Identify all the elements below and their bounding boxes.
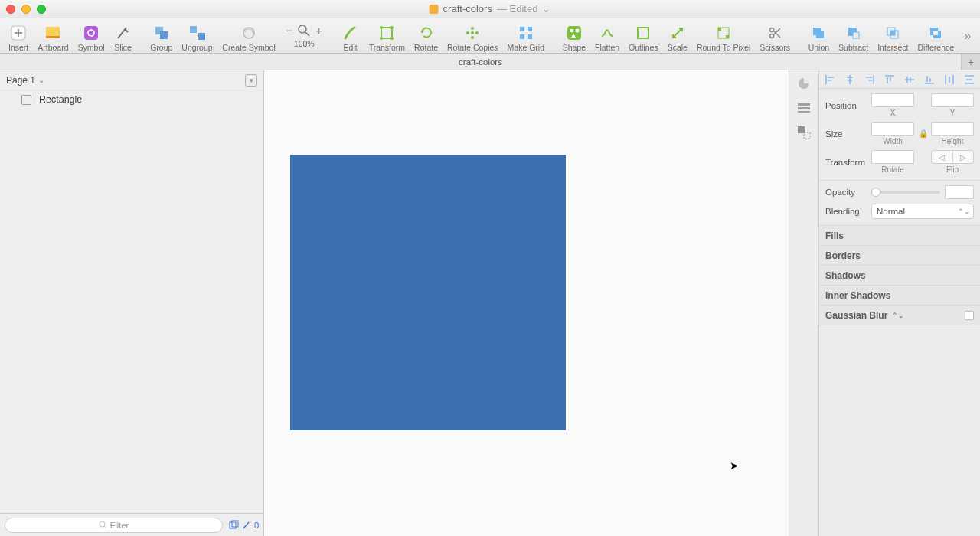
union-icon xyxy=(810,25,827,41)
flip-control[interactable]: ◁▷ xyxy=(931,150,974,164)
symbol-button[interactable]: Symbol xyxy=(74,18,109,54)
align-top-icon[interactable] xyxy=(884,74,896,86)
svg-rect-38 xyxy=(890,31,895,35)
create-symbol-icon xyxy=(240,25,257,41)
svg-rect-43 xyxy=(798,107,810,109)
grid-icon xyxy=(518,25,534,41)
rotate-icon xyxy=(418,25,435,41)
scissors-icon xyxy=(766,25,783,41)
page-name: Page 1 xyxy=(6,75,35,86)
height-input[interactable] xyxy=(931,122,974,136)
flip-v-icon[interactable]: ▷ xyxy=(953,151,974,163)
minimize-window-button[interactable] xyxy=(21,5,31,14)
svg-rect-2 xyxy=(46,36,60,38)
make-grid-button[interactable]: Make Grid xyxy=(504,18,548,54)
subtract-button[interactable]: Subtract xyxy=(835,18,872,54)
align-center-h-icon[interactable] xyxy=(844,74,856,86)
outlines-button[interactable]: Outlines xyxy=(625,18,662,54)
shape-button[interactable]: Shape xyxy=(559,18,590,54)
flatten-button[interactable]: Flatten xyxy=(591,18,623,54)
shadows-header[interactable]: Shadows xyxy=(819,266,980,286)
create-symbol-button[interactable]: Create Symbol xyxy=(227,18,271,54)
position-x-input[interactable] xyxy=(871,93,914,107)
svg-rect-21 xyxy=(520,27,524,31)
lock-aspect-icon[interactable]: 🔒 xyxy=(919,129,926,138)
position-label: Position xyxy=(825,101,867,110)
borders-header[interactable]: Borders xyxy=(819,246,980,266)
opacity-slider[interactable] xyxy=(871,191,940,194)
align-bottom-icon[interactable] xyxy=(923,74,936,86)
position-y-input[interactable] xyxy=(931,93,974,107)
rotate-input[interactable] xyxy=(871,150,914,164)
difference-button[interactable]: Difference xyxy=(913,18,958,54)
align-left-icon[interactable] xyxy=(824,74,836,86)
group-icon xyxy=(153,25,170,41)
edited-indicator: — Edited xyxy=(497,3,537,15)
footer-copy-icon[interactable] xyxy=(229,520,239,530)
edit-button[interactable]: Edit xyxy=(338,18,364,54)
align-right-icon[interactable] xyxy=(864,74,876,86)
artboard-button[interactable]: Artboard xyxy=(34,18,72,54)
toolbar-overflow-icon[interactable]: » xyxy=(959,29,975,43)
craft-plugin-icon[interactable] xyxy=(795,75,812,92)
chevron-updown-icon: ⌃⌄ xyxy=(892,312,904,319)
svg-rect-28 xyxy=(638,28,648,38)
window-title-text: craft-colors xyxy=(443,3,492,15)
slice-button[interactable]: Slice xyxy=(110,18,136,54)
layer-list: Rectangle xyxy=(0,90,263,513)
blur-checkbox[interactable] xyxy=(965,311,974,320)
scissors-button[interactable]: Scissors xyxy=(756,18,794,54)
union-button[interactable]: Union xyxy=(805,18,833,54)
insert-button[interactable]: Insert xyxy=(5,18,32,54)
gaussian-blur-header[interactable]: Gaussian Blur ⌃⌄ xyxy=(819,306,980,325)
svg-point-19 xyxy=(466,31,469,34)
distribute-v-icon[interactable] xyxy=(963,74,975,86)
fills-header[interactable]: Fills xyxy=(819,226,980,246)
align-middle-icon[interactable] xyxy=(903,74,916,86)
blend-mode-select[interactable]: Normal ⌃⌄ xyxy=(871,204,974,219)
zoom-control[interactable]: − + 100% xyxy=(282,18,328,54)
round-pixel-icon xyxy=(715,25,732,41)
scale-button[interactable]: Scale xyxy=(664,18,691,54)
filter-input[interactable]: Filter xyxy=(5,518,223,533)
insert-plus-icon xyxy=(10,25,27,41)
cursor-icon: ➤ xyxy=(730,459,739,472)
round-to-pixel-button[interactable]: Round To Pixel xyxy=(693,18,754,54)
canvas-rectangle-shape[interactable] xyxy=(290,155,566,430)
slider-knob-icon[interactable] xyxy=(871,188,880,197)
rotate-button[interactable]: Rotate xyxy=(410,18,442,54)
width-input[interactable] xyxy=(871,122,914,136)
pages-dropdown[interactable]: Page 1 ⌄ ▾ xyxy=(0,70,263,90)
inner-shadows-header[interactable]: Inner Shadows xyxy=(819,286,980,306)
workspace: Page 1 ⌄ ▾ Rectangle Filter 0 ➤ xyxy=(0,70,980,536)
transform-button[interactable]: Transform xyxy=(365,18,409,54)
layer-item[interactable]: Rectangle xyxy=(0,90,263,109)
canvas[interactable]: ➤ xyxy=(264,70,789,536)
tab-document[interactable]: craft-colors xyxy=(0,54,962,70)
ungroup-button[interactable]: Ungroup xyxy=(178,18,216,54)
zoom-out-icon[interactable]: − xyxy=(286,24,293,37)
tab-add-button[interactable]: + xyxy=(962,54,980,70)
transform-label: Transform xyxy=(825,158,867,167)
zoom-window-button[interactable] xyxy=(37,5,46,14)
geometry-section: Position X Y Size Width 🔒 Height Transfo… xyxy=(819,89,980,181)
rotate-copies-button[interactable]: Rotate Copies xyxy=(443,18,502,54)
title-dropdown-icon[interactable]: ⌄ xyxy=(542,3,550,15)
stack-plugin-icon[interactable] xyxy=(795,100,812,116)
document-icon xyxy=(430,5,439,14)
distribute-h-icon[interactable] xyxy=(943,74,956,86)
group-button[interactable]: Group xyxy=(146,18,176,54)
difference-icon xyxy=(927,25,944,41)
opacity-input[interactable] xyxy=(945,185,974,199)
footer-count: 0 xyxy=(254,521,259,530)
footer-slice-icon[interactable] xyxy=(242,521,251,530)
zoom-in-icon[interactable]: + xyxy=(315,24,322,37)
svg-rect-7 xyxy=(190,26,197,33)
intersect-button[interactable]: Intersect xyxy=(874,18,912,54)
symbol-icon xyxy=(83,25,100,41)
flip-h-icon[interactable]: ◁ xyxy=(932,151,953,163)
pages-menu-icon[interactable]: ▾ xyxy=(245,74,257,87)
selection-plugin-icon[interactable] xyxy=(795,124,812,141)
close-window-button[interactable] xyxy=(6,5,15,14)
svg-rect-24 xyxy=(528,34,532,39)
